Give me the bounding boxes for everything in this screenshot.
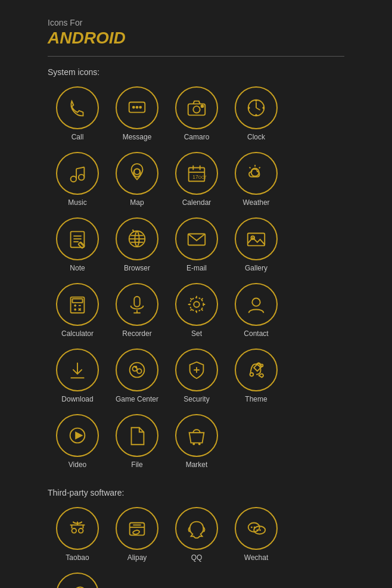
icon-circle-camera[interactable] <box>175 86 218 129</box>
icon-item-calculator: Calculator <box>48 283 107 338</box>
icon-item-calendar: 17 OCT Calendar <box>167 152 226 207</box>
icon-circle-calculator[interactable] <box>56 283 99 326</box>
icon-circle-file[interactable] <box>116 414 158 457</box>
icon-circle-game[interactable] <box>116 349 158 391</box>
icon-item-wechat: Wechat <box>226 507 286 562</box>
icon-item-clock: Clock <box>226 86 286 141</box>
icon-circle-clock[interactable] <box>235 86 278 129</box>
icon-item-recorder: Recorder <box>107 283 167 338</box>
header-sub: Icons For <box>48 18 344 27</box>
icon-circle-recorder[interactable] <box>116 283 158 326</box>
icon-label: Download <box>61 395 93 403</box>
icon-circle-message[interactable] <box>116 86 158 129</box>
icon-label: Call <box>71 133 84 141</box>
icon-item-contact: Contact <box>226 283 286 338</box>
svg-point-10 <box>256 100 257 101</box>
icon-item-game-center: Game Center <box>107 349 167 403</box>
icon-item-weibo: Weibo <box>48 573 107 588</box>
svg-rect-51 <box>134 297 140 307</box>
icon-label: Market <box>186 461 208 469</box>
icon-label: File <box>131 461 142 469</box>
icon-label: Taobao <box>66 553 89 562</box>
icon-label: Camaro <box>184 133 210 141</box>
icon-label: Video <box>69 461 86 469</box>
icon-item-map: Map <box>107 152 167 207</box>
icon-label: Note <box>70 264 85 272</box>
svg-point-6 <box>201 105 204 107</box>
icon-item-message: Message <box>107 86 167 141</box>
icon-circle-calendar[interactable]: 17 OCT <box>175 152 218 195</box>
third-party-section-label: Third-party software: <box>48 488 344 497</box>
svg-line-9 <box>256 108 260 110</box>
svg-point-5 <box>193 106 200 113</box>
icon-label: Calendar <box>182 198 211 207</box>
icon-label: Contact <box>244 329 268 338</box>
icon-circle-settings[interactable] <box>175 283 218 326</box>
icon-item-alipay: Alipay <box>107 507 167 562</box>
icon-label: Weather <box>242 198 269 207</box>
icon-label: Clock <box>247 133 265 141</box>
svg-point-64 <box>250 373 254 377</box>
icon-item-download: Download <box>48 349 107 403</box>
icon-circle-email[interactable] <box>175 217 218 260</box>
svg-point-11 <box>256 114 257 116</box>
svg-point-1 <box>133 107 135 108</box>
icon-item-theme: Theme <box>226 349 286 403</box>
icon-item-qq: QQ <box>167 507 226 562</box>
svg-point-2 <box>136 107 138 108</box>
icon-circle-download[interactable] <box>56 349 99 391</box>
svg-point-54 <box>194 301 200 307</box>
icon-item-video: Video <box>48 414 107 469</box>
icon-label: Gallery <box>245 264 267 272</box>
third-party-icon-grid: Taobao Alipay QQ Wechat Weibo <box>48 507 344 588</box>
svg-point-12 <box>248 107 250 108</box>
icon-circle-taobao[interactable] <box>56 507 99 550</box>
icon-circle-map[interactable] <box>116 152 158 195</box>
svg-point-71 <box>79 528 83 533</box>
icon-circle-alipay[interactable] <box>116 507 158 550</box>
icon-item-weather: Weather <box>226 152 286 207</box>
svg-point-56 <box>252 298 260 306</box>
icon-label: Calculator <box>61 329 94 338</box>
icon-label: Message <box>123 133 152 141</box>
svg-point-14 <box>71 176 77 182</box>
icon-circle-qq[interactable] <box>175 507 218 550</box>
icon-label: Alipay <box>127 553 147 562</box>
svg-text:17: 17 <box>192 174 198 180</box>
icon-circle-gallery[interactable] <box>235 217 278 260</box>
icon-item-camaro: Camaro <box>167 86 226 141</box>
icon-label: Theme <box>245 395 267 403</box>
icon-circle-security[interactable] <box>175 349 218 391</box>
icon-circle-wechat[interactable] <box>235 507 278 550</box>
svg-marker-67 <box>75 431 83 439</box>
system-icon-grid: Call Message Camaro Clock Music <box>48 86 344 474</box>
icon-circle-call[interactable] <box>56 86 99 129</box>
svg-rect-43 <box>72 299 82 303</box>
icon-circle-video[interactable] <box>56 414 99 457</box>
icon-circle-browser[interactable] <box>116 217 158 260</box>
icon-item-e-mail: E-mail <box>167 217 226 272</box>
icon-item-call: Call <box>48 86 107 141</box>
icon-label: QQ <box>191 553 203 562</box>
svg-line-29 <box>250 167 251 169</box>
icon-item-browser: Browser <box>107 217 167 272</box>
icon-circle-market[interactable] <box>175 414 218 457</box>
svg-text:OCT: OCT <box>198 175 207 179</box>
icon-circle-music[interactable] <box>56 152 99 195</box>
icon-label: Set <box>191 329 202 338</box>
icon-circle-note[interactable] <box>56 217 99 260</box>
icon-label: Music <box>68 198 86 207</box>
icon-item-market: Market <box>167 414 226 469</box>
icon-circle-contact[interactable] <box>235 283 278 326</box>
icon-item-note: Note <box>48 217 107 272</box>
svg-line-18 <box>76 167 84 169</box>
icon-circle-weibo[interactable] <box>56 573 99 588</box>
divider <box>48 56 344 57</box>
icon-circle-theme[interactable] <box>235 349 278 391</box>
icon-circle-weather[interactable] <box>235 152 278 195</box>
icon-label: Security <box>183 395 209 403</box>
svg-point-15 <box>79 175 85 181</box>
icon-item-set: Set <box>167 283 226 338</box>
system-section-label: System icons: <box>48 67 344 77</box>
icon-item-security: Security <box>167 349 226 403</box>
